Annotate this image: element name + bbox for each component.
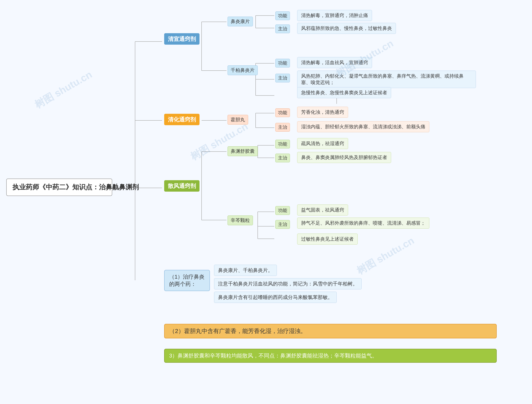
content-treat-5a: 肺气不足、风邪外袭所致的鼻痒、喷嚏、流清涕、易感冒； bbox=[297, 218, 429, 229]
label-func-4: 功能 bbox=[275, 140, 290, 148]
watermark-2: 树图 shutu.cn bbox=[188, 120, 250, 163]
label-func-3: 功能 bbox=[275, 108, 290, 117]
label-treat-3: 主治 bbox=[275, 123, 290, 132]
node-qingxuan: 清宣通窍剂 bbox=[164, 33, 200, 45]
label-treat-4: 主治 bbox=[275, 154, 290, 162]
summary-item-1c: 鼻炎康片含有引起嗜睡的西药成分马来酸氯苯那敏。 bbox=[214, 292, 337, 303]
label-treat-1: 主治 bbox=[275, 25, 290, 33]
summary-box-2: （2）藿胆丸中含有广藿香，能芳香化湿，治疗湿浊。 bbox=[164, 324, 497, 338]
content-treat-1: 风邪蕴肺所致的急、慢性鼻炎，过敏性鼻炎 bbox=[297, 23, 396, 34]
node-xinqin: 辛芩颗粒 bbox=[227, 215, 253, 225]
content-treat-3: 湿浊内蕴、胆经郁火所致的鼻塞、流清涕或浊涕、前额头痛 bbox=[297, 121, 429, 132]
label-func-5: 功能 bbox=[275, 206, 290, 215]
content-treat-2b: 急慢性鼻炎、急慢性鼻窦炎见上述证候者 bbox=[297, 87, 391, 98]
summary-item-1a: 鼻炎康片、千柏鼻炎片。 bbox=[214, 265, 277, 276]
summary-box-1: （1）治疗鼻炎的两个药： bbox=[164, 270, 210, 291]
node-biyanpian: 鼻炎康片 bbox=[227, 17, 253, 26]
summary-item-1b: 注意千柏鼻炎片活血祛风的功能，简记为：风雪中的千年柏树。 bbox=[214, 278, 362, 289]
node-biyuanshu: 鼻渊舒胶囊 bbox=[227, 146, 258, 156]
label-treat-5: 主治 bbox=[275, 220, 290, 229]
node-huodan: 藿胆丸 bbox=[227, 115, 248, 125]
label-func-1: 功能 bbox=[275, 11, 290, 20]
content-func-2: 清热解毒，活血祛风，宣肺通窍 bbox=[297, 57, 372, 68]
title-text: 执业药师《中药二》知识点：治鼻鼽鼻渊剂 bbox=[13, 183, 139, 191]
connector-lines bbox=[0, 0, 532, 404]
summary-box-3: 3）鼻渊舒胶囊和辛芩颗粒均能散风，不同点：鼻渊舒胶囊能祛湿热；辛芩颗粒能益气。 bbox=[164, 349, 497, 363]
content-func-4: 疏风清热，祛湿通窍 bbox=[297, 138, 348, 149]
node-sanfeng: 散风通窍剂 bbox=[164, 180, 200, 192]
node-qianpai: 千柏鼻炎片 bbox=[227, 65, 258, 75]
main-container: 树图 shutu.cn 树图 shutu.cn 树图 shutu.cn 树图 s… bbox=[0, 0, 532, 404]
label-func-2: 功能 bbox=[275, 59, 290, 68]
title-box: 执业药师《中药二》知识点：治鼻鼽鼻渊剂 bbox=[6, 178, 112, 196]
content-treat-4: 鼻炎、鼻窦炎属肺经风热及胆腑郁热证者 bbox=[297, 152, 391, 163]
watermark-4: 树图 shutu.cn bbox=[354, 234, 417, 278]
label-treat-2: 主治 bbox=[275, 74, 290, 82]
content-func-5: 益气固表，祛风通窍 bbox=[297, 204, 348, 215]
content-func-1: 清热解毒，宣肺通窍，消肿止痛 bbox=[297, 10, 372, 21]
content-treat-5b: 过敏性鼻炎见上述证候者 bbox=[297, 234, 358, 245]
content-treat-2a: 风热犯肺、内郁化火、凝滞气血所致的鼻塞、鼻痒气热、流涕黄稠、或持续鼻塞、嗅觉迟钝… bbox=[297, 71, 476, 88]
watermark-1: 树图 shutu.cn bbox=[32, 68, 95, 112]
content-func-3: 芳香化浊，清热通窍 bbox=[297, 107, 348, 118]
node-qinghua: 清化通窍剂 bbox=[164, 114, 200, 125]
